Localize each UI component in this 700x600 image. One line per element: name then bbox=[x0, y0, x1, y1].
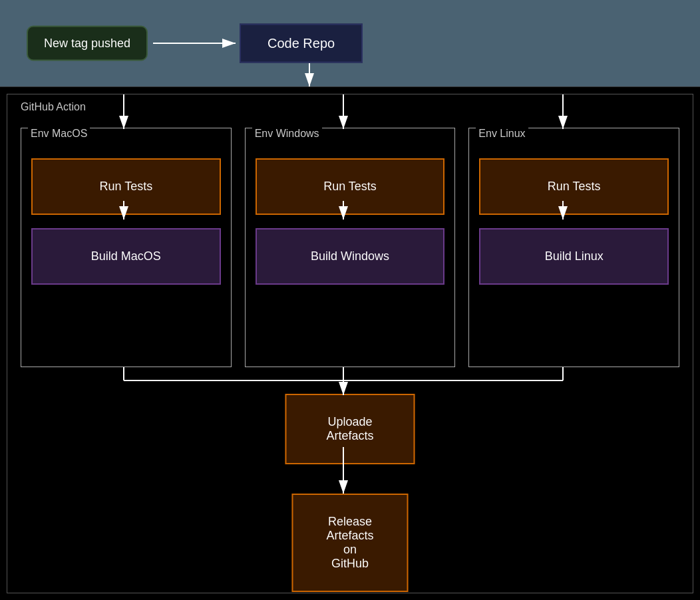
run-tests-windows: Run Tests bbox=[256, 158, 445, 215]
code-repo-label: Code Repo bbox=[267, 36, 335, 51]
upload-label: Uploade Artefacts bbox=[326, 415, 373, 442]
trigger-box: New tag pushed bbox=[27, 26, 148, 61]
build-linux: Build Linux bbox=[479, 228, 669, 285]
upload-artefacts-box: Uploade Artefacts bbox=[285, 394, 415, 464]
env-windows-label: Env Windows bbox=[252, 128, 322, 140]
env-windows-box: Env Windows Run Tests Build Windows bbox=[245, 128, 456, 367]
top-section: New tag pushed Code Repo bbox=[0, 0, 700, 86]
release-label: Release Artefacts on GitHub bbox=[326, 515, 373, 570]
build-windows: Build Windows bbox=[256, 228, 445, 285]
run-tests-macos: Run Tests bbox=[31, 158, 221, 215]
trigger-label: New tag pushed bbox=[44, 37, 130, 50]
env-row: Env MacOS Run Tests Build MacOS Env Wind… bbox=[21, 128, 679, 367]
code-repo-box: Code Repo bbox=[240, 24, 363, 63]
env-linux-box: Env Linux Run Tests Build Linux bbox=[468, 128, 679, 367]
run-tests-linux: Run Tests bbox=[479, 158, 669, 215]
env-macos-box: Env MacOS Run Tests Build MacOS bbox=[21, 128, 232, 367]
bottom-section: GitHub Action Env MacOS Run Tests Build … bbox=[0, 86, 700, 600]
github-action-label: GitHub Action bbox=[21, 101, 86, 113]
github-action-container: GitHub Action Env MacOS Run Tests Build … bbox=[7, 94, 693, 593]
env-linux-label: Env Linux bbox=[476, 128, 528, 140]
release-artefacts-box: Release Artefacts on GitHub bbox=[291, 494, 408, 592]
build-macos: Build MacOS bbox=[31, 228, 221, 285]
env-macos-label: Env MacOS bbox=[28, 128, 90, 140]
